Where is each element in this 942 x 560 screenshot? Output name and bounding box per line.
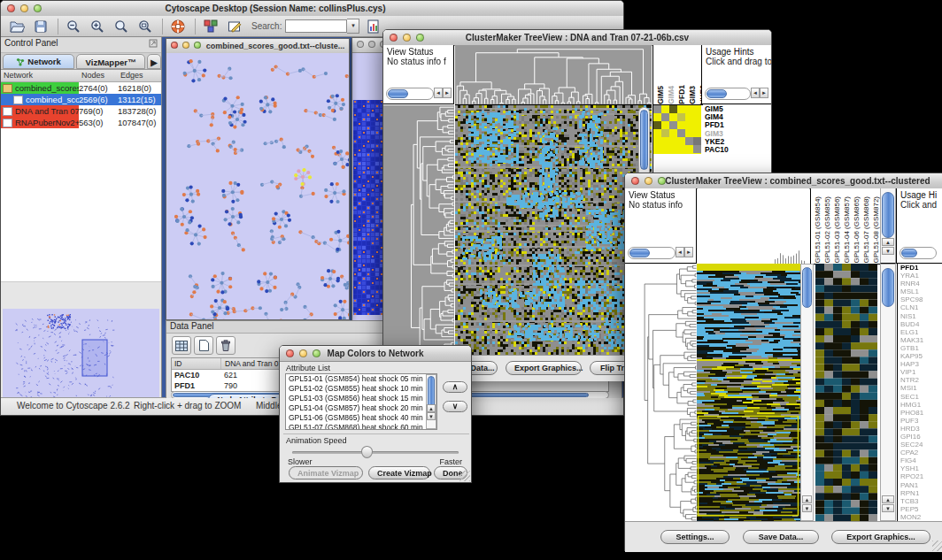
vscroll-thumb[interactable] <box>428 376 435 408</box>
column-label[interactable]: GIM5 <box>656 86 665 104</box>
select-attributes-button[interactable] <box>172 336 191 355</box>
scroll-up-icon[interactable] <box>882 495 894 503</box>
tab-overflow-button[interactable]: ▶ <box>147 54 161 69</box>
vscroll-thumb[interactable] <box>640 110 648 170</box>
treeview-combined-titlebar[interactable]: ClusterMaker TreeView : combined_scores_… <box>625 173 942 189</box>
gene-label[interactable]: TCB3 <box>898 497 942 505</box>
gene-label[interactable]: FIG4 <box>898 456 942 464</box>
tab-network[interactable]: Network <box>3 54 74 69</box>
gene-label[interactable]: GTB1 <box>898 344 942 352</box>
gene-label[interactable]: YSH1 <box>898 464 942 472</box>
chart-report-icon[interactable] <box>365 18 382 35</box>
zoom-in-icon[interactable] <box>89 18 106 35</box>
column-label[interactable]: GPL51-06 (GSM865) <box>853 196 861 264</box>
zoom-window-icon[interactable] <box>416 34 424 42</box>
main-titlebar[interactable]: Cytoscape Desktop (Session Name: collins… <box>1 1 623 17</box>
network-overview-navigator[interactable] <box>3 309 159 397</box>
zoom-fit-icon[interactable] <box>112 18 130 35</box>
delete-attribute-button[interactable] <box>216 336 236 355</box>
search-input[interactable] <box>285 19 347 33</box>
gene-label[interactable]: GPI16 <box>898 433 942 441</box>
global-heatmap[interactable] <box>455 105 652 356</box>
scroll-up-icon[interactable] <box>802 495 812 503</box>
scroll-up-icon[interactable] <box>427 404 436 412</box>
speed-slider-thumb[interactable] <box>361 446 373 458</box>
column-label[interactable]: PFD1 <box>677 85 686 104</box>
open-file-icon[interactable] <box>8 18 26 35</box>
id-column-header[interactable]: ID <box>172 358 221 369</box>
zoom-window-icon[interactable] <box>194 42 201 49</box>
save-data-button[interactable]: Save Data... <box>743 530 819 544</box>
row-dendrogram[interactable] <box>625 264 697 521</box>
scroll-down-icon[interactable] <box>882 504 894 512</box>
scroll-thumb[interactable] <box>629 249 650 257</box>
gene-label[interactable]: PEP5 <box>898 505 942 513</box>
zoom-heatmap-matrix[interactable] <box>653 105 701 154</box>
gene-label[interactable]: KAP95 <box>898 352 942 360</box>
float-panel-icon[interactable] <box>149 39 158 48</box>
view-status-scrollbar[interactable] <box>628 247 676 259</box>
scroll-right-icon[interactable] <box>760 88 768 98</box>
network-canv[interactable] <box>166 53 349 319</box>
network-view-titlebar[interactable]: combined_scores_good.txt--cluste... <box>166 39 349 54</box>
zoom-window-icon[interactable] <box>313 349 320 357</box>
row-dendrogram[interactable] <box>383 105 454 356</box>
gene-label[interactable]: HAP3 <box>898 360 942 368</box>
save-session-icon[interactable] <box>32 18 50 35</box>
column-label[interactable]: GPL51-08 (GSM872) <box>872 196 880 264</box>
gene-label[interactable]: PAN1 <box>898 481 942 489</box>
zoom-selected-icon[interactable] <box>136 18 154 35</box>
scroll-thumb[interactable] <box>388 89 408 98</box>
gene-label[interactable]: NTR2 <box>898 376 942 384</box>
scroll-right-icon[interactable] <box>684 247 693 257</box>
network-table-row[interactable]: combined_sco 2569(6) 13112(15) <box>1 94 161 105</box>
zoom-heatmap[interactable] <box>815 264 877 521</box>
gene-label[interactable]: HMG1 <box>898 401 942 409</box>
animate-vizmap-button[interactable]: Animate Vizmap <box>289 466 363 479</box>
export-graphics-button[interactable]: Export Graphics... <box>831 530 930 544</box>
create-vizmap-button[interactable]: Create Vizmap <box>368 466 430 479</box>
column-dendrogram[interactable] <box>455 45 652 105</box>
scroll-down-icon[interactable] <box>427 412 436 420</box>
vscroll-thumb[interactable] <box>882 268 894 307</box>
tab-vizmapper[interactable]: VizMapper™ <box>76 54 145 69</box>
network-table-row[interactable]: RNAPuberNov2+ 563(0) 107847(0) <box>1 117 161 128</box>
minimize-icon[interactable] <box>403 34 411 42</box>
attribute-item[interactable]: GPL51-01 (GSM854) heat shock 05 min <box>286 374 436 384</box>
minimize-icon[interactable] <box>182 42 189 49</box>
export-graphics-button[interactable]: Export Graphics... <box>506 361 582 375</box>
gene-label[interactable]: CPA2 <box>898 449 942 456</box>
gene-label[interactable]: PFD1 <box>898 264 942 272</box>
minimize-icon[interactable] <box>368 41 375 48</box>
attribute-list-vscrollbar[interactable] <box>426 374 436 429</box>
gene-label[interactable]: SEC1 <box>898 393 942 401</box>
gene-label[interactable]: MAK31 <box>898 336 942 344</box>
column-label[interactable]: GPL51-07 (GSM868) <box>862 196 870 264</box>
zoom-window-icon[interactable] <box>34 4 42 12</box>
scroll-thumb[interactable] <box>706 89 727 98</box>
scroll-up-icon[interactable] <box>882 238 894 246</box>
view-status-scrollbar[interactable] <box>386 88 434 100</box>
column-label[interactable]: GIM3 <box>688 86 697 104</box>
global-heatmap[interactable] <box>697 264 800 521</box>
gene-label[interactable]: YRA1 <box>898 272 942 280</box>
gene-label[interactable]: RNR4 <box>898 280 942 288</box>
column-label[interactable]: GPL51-04 (GSM857) <box>843 196 851 264</box>
close-icon[interactable] <box>171 42 178 49</box>
usage-hints-scrollbar[interactable] <box>705 88 751 100</box>
network-table-row[interactable]: DNA and Tran 07 769(0) 183728(0) <box>1 105 161 117</box>
scroll-right-icon[interactable] <box>443 88 452 98</box>
scroll-thumb[interactable] <box>901 249 917 257</box>
treeview-dna-titlebar[interactable]: ClusterMaker TreeView : DNA and Tran 07-… <box>383 30 771 46</box>
dialog-titlebar[interactable]: Map Colors to Network <box>280 346 471 362</box>
column-labels-vscrollbar[interactable] <box>880 188 896 264</box>
gene-label[interactable]: RPN1 <box>898 489 942 497</box>
attribute-item[interactable]: GPL51-02 (GSM855) heat shock 10 min <box>286 384 436 394</box>
column-label[interactable]: GPL51-01 (GSM854) <box>814 196 822 264</box>
gene-label[interactable]: SEC24 <box>898 441 942 449</box>
settings-button[interactable]: Settings... <box>660 530 730 544</box>
gene-label[interactable]: NIS1 <box>898 312 942 320</box>
close-icon[interactable] <box>7 4 15 12</box>
close-icon[interactable] <box>631 177 639 185</box>
move-up-button[interactable]: ∧ <box>443 381 467 393</box>
